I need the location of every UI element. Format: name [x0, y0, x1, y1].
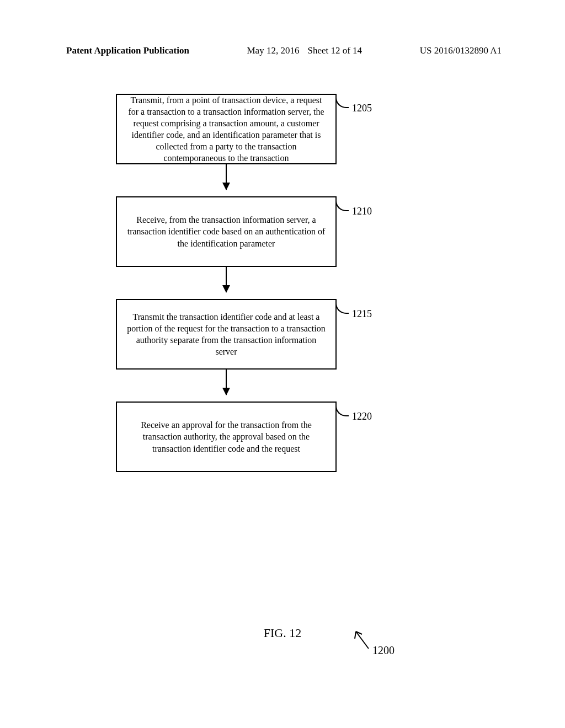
step-1215-label: 1215 [352, 308, 372, 320]
ref-leader-1205 [335, 95, 349, 108]
ref-leader-1215 [335, 301, 349, 314]
figure-ref-number: 1200 [372, 644, 395, 657]
step-1210-label: 1210 [352, 206, 372, 217]
ref-leader-1220 [335, 403, 349, 416]
ref-leader-1210 [335, 198, 349, 211]
flowchart-step-1220: Receive an approval for the transaction … [116, 402, 337, 472]
publication-label: Patent Application Publication [66, 45, 189, 56]
arrow-1205-to-1210 [226, 164, 227, 190]
flowchart-step-1215: Transmit the transaction identifier code… [116, 299, 337, 370]
publication-number: US 2016/0132890 A1 [420, 45, 502, 56]
arrow-1210-to-1215 [226, 267, 227, 292]
step-1205-label: 1205 [352, 103, 372, 114]
arrow-1215-to-1220 [226, 370, 227, 395]
figure-caption: FIG. 12 [0, 626, 565, 640]
sheet-number: Sheet 12 of 14 [307, 45, 362, 56]
flowchart-step-1210: Receive, from the transaction informatio… [116, 196, 337, 267]
page-header: Patent Application Publication May 12, 2… [0, 45, 565, 56]
step-1220-label: 1220 [352, 411, 372, 422]
flowchart-step-1205: Transmit, from a point of transaction de… [116, 94, 337, 164]
publication-date-sheet: May 12, 2016 Sheet 12 of 14 [247, 45, 363, 56]
publication-date: May 12, 2016 [247, 45, 300, 56]
